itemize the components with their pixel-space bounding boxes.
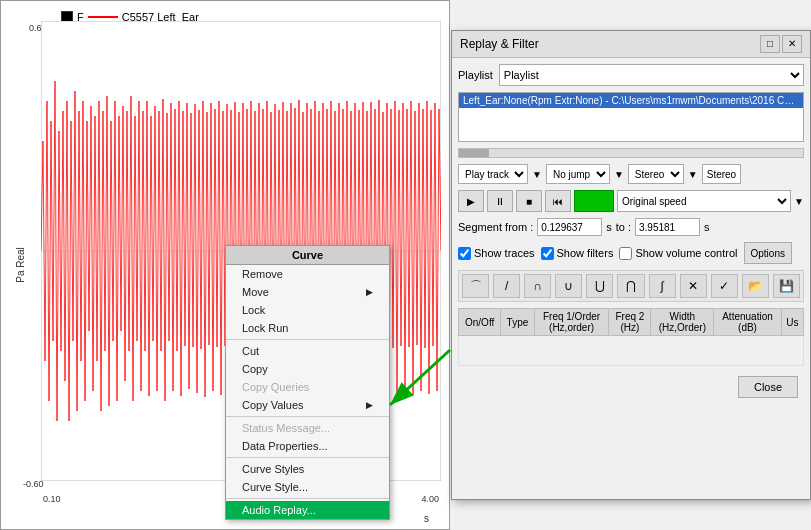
playlist-select[interactable]: Playlist (499, 64, 804, 86)
dialog-minimize-button[interactable]: □ (760, 35, 780, 53)
show-volume-checkbox[interactable] (619, 247, 632, 260)
show-filters-wrap: Show filters (541, 247, 614, 260)
playlist-label: Playlist (458, 69, 493, 81)
segment-to-label: to : (616, 221, 631, 233)
show-traces-wrap: Show traces (458, 247, 535, 260)
playback-buttons: ▶ ⏸ ■ ⏮ Original speed ▼ (458, 190, 804, 212)
filter-table: On/Off Type Freq 1/Order(Hz,order) Freq … (458, 308, 804, 366)
show-traces-label: Show traces (474, 247, 535, 259)
filter-table-body (459, 336, 804, 366)
x-max: 4.00 (421, 494, 439, 504)
ctx-sep-4 (226, 498, 389, 499)
dialog-title: Replay & Filter (460, 37, 539, 51)
ctx-copy-queries: Copy Queries (226, 378, 389, 396)
segment-from-unit: s (606, 221, 612, 233)
ctx-sep-2 (226, 416, 389, 417)
ctx-sep-3 (226, 457, 389, 458)
stop-button[interactable]: ■ (516, 190, 542, 212)
track-item[interactable]: Left_Ear:None(Rpm Extr:None) - C:\Users\… (459, 93, 803, 108)
filter-btn7[interactable]: ∫ (649, 274, 676, 298)
legend-line (88, 16, 118, 18)
col-us: Us (781, 309, 803, 336)
ctx-audio-replay[interactable]: Audio Replay... (226, 501, 389, 519)
filter-check-btn[interactable]: ✓ (711, 274, 738, 298)
filter-save-btn[interactable]: 💾 (773, 274, 800, 298)
filter-btn5[interactable]: ⋃ (586, 274, 613, 298)
x-axis-label: s (424, 513, 429, 524)
filter-bandpass-btn[interactable]: ∩ (524, 274, 551, 298)
close-row: Close (458, 372, 804, 402)
track-list[interactable]: Left_Ear:None(Rpm Extr:None) - C:\Users\… (458, 92, 804, 142)
ctx-status-message: Status Message... (226, 419, 389, 437)
segment-to-input[interactable] (635, 218, 700, 236)
dialog-controls[interactable]: □ ✕ (760, 35, 802, 53)
ctx-sep-1 (226, 339, 389, 340)
ctx-lock-run[interactable]: Lock Run (226, 319, 389, 337)
segment-to-unit: s (704, 221, 710, 233)
pause-button[interactable]: ⏸ (487, 190, 513, 212)
filter-btn6[interactable]: ⋂ (617, 274, 644, 298)
col-on-off: On/Off (459, 309, 501, 336)
segment-from-label: Segment from : (458, 221, 533, 233)
show-filters-label: Show filters (557, 247, 614, 259)
show-traces-checkbox[interactable] (458, 247, 471, 260)
track-scrollbar[interactable] (458, 148, 804, 158)
col-freq2: Freq 2(Hz) (609, 309, 651, 336)
ctx-move[interactable]: Move▶ (226, 283, 389, 301)
filter-notch-btn[interactable]: ∪ (555, 274, 582, 298)
stereo-select[interactable]: Stereo (628, 164, 684, 184)
dialog-titlebar: Replay & Filter □ ✕ (452, 31, 810, 58)
show-filters-checkbox[interactable] (541, 247, 554, 260)
close-button[interactable]: Close (738, 376, 798, 398)
play-button[interactable]: ▶ (458, 190, 484, 212)
speed-select[interactable]: Original speed (617, 190, 791, 212)
ctx-remove[interactable]: Remove (226, 265, 389, 283)
col-type: Type (501, 309, 534, 336)
filter-empty-row (459, 336, 804, 366)
scrollbar-thumb[interactable] (459, 149, 489, 157)
filter-load-btn[interactable]: 📂 (742, 274, 769, 298)
y-axis-label: Pa Real (15, 247, 26, 283)
ctx-cut[interactable]: Cut (226, 342, 389, 360)
col-attenuation: Attenuation(dB) (714, 309, 781, 336)
segment-from-input[interactable] (537, 218, 602, 236)
ctx-data-properties[interactable]: Data Properties... (226, 437, 389, 455)
ctx-curve-style[interactable]: Curve Style... (226, 478, 389, 496)
context-menu[interactable]: Curve Remove Move▶ Lock Lock Run Cut Cop… (225, 245, 390, 520)
col-width: Width(Hz,Order) (651, 309, 714, 336)
filter-delete-btn[interactable]: ✕ (680, 274, 707, 298)
x-min: 0.10 (43, 494, 61, 504)
stereo2-label: Stereo (702, 164, 741, 184)
dialog-close-button[interactable]: ✕ (782, 35, 802, 53)
playlist-row: Playlist Playlist (458, 64, 804, 86)
dialog-body: Playlist Playlist Left_Ear:None(Rpm Extr… (452, 58, 810, 408)
speed-indicator (574, 190, 614, 212)
col-freq1: Freq 1/Order(Hz,order) (534, 309, 609, 336)
context-menu-header: Curve (226, 246, 389, 265)
filter-toolbar: ⌒ / ∩ ∪ ⋃ ⋂ ∫ ✕ ✓ 📂 💾 (458, 270, 804, 302)
filter-slope-btn[interactable]: / (493, 274, 520, 298)
ctx-copy[interactable]: Copy (226, 360, 389, 378)
options-row: Show traces Show filters Show volume con… (458, 242, 804, 264)
transport-row: Play track ▼ No jump ▼ Stereo ▼ Stereo (458, 164, 804, 184)
replay-filter-dialog: Replay & Filter □ ✕ Playlist Playlist Le… (451, 30, 811, 500)
segment-row: Segment from : s to : s (458, 218, 804, 236)
ctx-lock[interactable]: Lock (226, 301, 389, 319)
filter-lowpass-btn[interactable]: ⌒ (462, 274, 489, 298)
show-volume-wrap: Show volume control (619, 247, 737, 260)
options-button[interactable]: Options (744, 242, 792, 264)
ctx-copy-values[interactable]: Copy Values▶ (226, 396, 389, 414)
show-volume-label: Show volume control (635, 247, 737, 259)
rewind-button[interactable]: ⏮ (545, 190, 571, 212)
ctx-curve-styles[interactable]: Curve Styles (226, 460, 389, 478)
no-jump-select[interactable]: No jump (546, 164, 610, 184)
play-track-select[interactable]: Play track (458, 164, 528, 184)
